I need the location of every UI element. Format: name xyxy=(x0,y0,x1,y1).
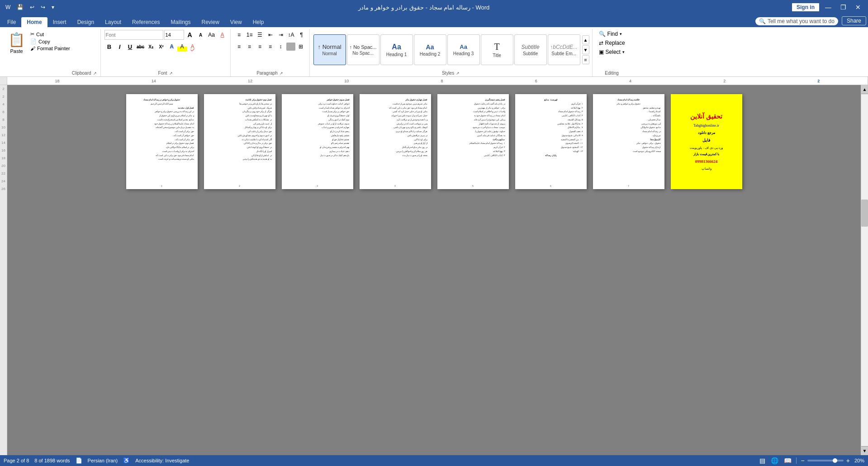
qat-more-button[interactable]: ▾ xyxy=(50,3,56,11)
align-right-button[interactable]: ≡ xyxy=(255,42,265,52)
restore-button[interactable]: ❐ xyxy=(837,3,850,12)
tab-mailings[interactable]: Mailings xyxy=(165,17,196,27)
style-no-space[interactable]: ↑ No Spac... No Spac... xyxy=(347,34,379,65)
bold-button[interactable]: B xyxy=(104,42,114,52)
clipboard-expand-icon[interactable]: ↗ xyxy=(92,71,98,76)
styles-scroll-down[interactable]: ▼ xyxy=(582,45,589,54)
tab-design[interactable]: Design xyxy=(72,17,100,27)
select-label: Select xyxy=(606,49,621,55)
cut-button[interactable]: ✂ Cut xyxy=(28,31,72,38)
web-view-button[interactable]: 🌐 xyxy=(770,457,779,464)
qat-redo-button[interactable]: ↪ xyxy=(39,3,47,11)
page-1-number: 1 xyxy=(161,185,162,187)
replace-label: Replace xyxy=(605,40,625,46)
superscript-button[interactable]: X² xyxy=(157,42,166,52)
ribbon-search-box[interactable]: 🔍 Tell me what you want to do xyxy=(755,17,838,25)
tab-layout[interactable]: Layout xyxy=(100,17,127,27)
align-center-button[interactable]: ≡ xyxy=(245,42,255,52)
paragraph-label: Paragraph ↗ xyxy=(256,70,284,76)
editing-group: 🔍 Find ▾ ⇄ Replace ▣ Select ▾ Editing xyxy=(593,29,631,76)
strikethrough-button[interactable]: abc xyxy=(136,42,146,52)
style-heading1[interactable]: Aa Heading 1 xyxy=(380,34,413,65)
style-title[interactable]: T Title xyxy=(481,34,513,65)
font-grow-button[interactable]: A xyxy=(185,30,195,40)
document-scroll[interactable]: حقوق برادر و خواهر در رساله امام سجاد بس… xyxy=(7,85,861,455)
qat-save-button[interactable]: 💾 xyxy=(15,3,25,11)
read-view-button[interactable]: 📖 xyxy=(783,457,792,464)
minimize-button[interactable]: — xyxy=(821,3,835,12)
tab-review[interactable]: Review xyxy=(196,17,224,27)
borders-button[interactable]: ⊞ xyxy=(296,42,306,52)
ribbon-tab-bar: File Home Insert Design Layout Reference… xyxy=(0,14,868,27)
share-button[interactable]: Share xyxy=(842,16,866,25)
styles-expand-arrow[interactable]: ≡ xyxy=(582,55,589,64)
font-shrink-button[interactable]: A xyxy=(196,30,206,40)
numbering-button[interactable]: 1≡ xyxy=(245,30,255,40)
qat-word-icon[interactable]: W xyxy=(4,3,12,11)
para-align-row: ≡ ≡ ≡ ≡ ↕ ⊞ xyxy=(234,42,306,52)
paragraph-expand-icon[interactable]: ↗ xyxy=(279,71,284,76)
style-subtle-em[interactable]: ↑bCcDdE... Subtle Em... xyxy=(548,34,580,65)
scrollbar-thumb[interactable] xyxy=(861,200,868,227)
show-formatting-button[interactable]: ¶ xyxy=(297,30,307,40)
signin-button[interactable]: Sign in xyxy=(792,3,820,12)
qat-undo-button[interactable]: ↩ xyxy=(28,3,36,11)
sort-button[interactable]: ↕A xyxy=(286,30,296,40)
scrollbar-down-arrow[interactable]: ▼ xyxy=(861,446,868,455)
font-size-input[interactable] xyxy=(164,30,184,40)
replace-button[interactable]: ⇄ Replace xyxy=(596,39,628,47)
line-spacing-button[interactable]: ↕ xyxy=(276,42,286,52)
zoom-out-button[interactable]: − xyxy=(800,457,806,464)
status-bar-icon1[interactable]: 📄 xyxy=(76,457,82,464)
underline-button[interactable]: U xyxy=(125,42,135,52)
style-subtitle-label: Subtitle xyxy=(523,51,538,56)
font-color-button[interactable]: A xyxy=(188,42,198,52)
vertical-scrollbar[interactable]: ▲ ▼ xyxy=(861,85,868,455)
bullets-button[interactable]: ≡ xyxy=(234,30,244,40)
print-layout-button[interactable]: ▤ xyxy=(759,457,766,464)
ruler-side-left xyxy=(0,77,7,85)
align-left-button[interactable]: ≡ xyxy=(234,42,244,52)
pages-row: حقوق برادر و خواهر در رساله امام سجاد بس… xyxy=(126,94,742,189)
text-effects-button[interactable]: A xyxy=(167,42,177,52)
style-normal[interactable]: ↑ Normal Normal xyxy=(313,34,346,65)
scrollbar-track[interactable] xyxy=(861,94,868,446)
italic-button[interactable]: I xyxy=(115,42,125,52)
paste-button[interactable]: 📋 Paste xyxy=(5,30,28,76)
multilevel-button[interactable]: ☰ xyxy=(255,30,265,40)
format-painter-button[interactable]: 🖌 Format Painter xyxy=(28,45,72,52)
ruler-marks-container: 18 14 12 10 8 6 4 2 2 xyxy=(7,77,868,85)
style-heading1-preview: Aa xyxy=(392,43,401,51)
highlight-button[interactable]: A xyxy=(177,42,187,52)
styles-scroll-up[interactable]: ▲ xyxy=(582,35,589,44)
subscript-button[interactable]: X₂ xyxy=(146,42,156,52)
zoom-slider[interactable] xyxy=(807,460,844,461)
cut-label: Cut xyxy=(36,32,44,37)
scrollbar-up-arrow[interactable]: ▲ xyxy=(861,85,868,94)
style-heading2[interactable]: Aa Heading 2 xyxy=(414,34,446,65)
shading-button[interactable] xyxy=(286,43,295,51)
copy-button[interactable]: 📄 Copy xyxy=(28,38,72,45)
styles-expand-icon[interactable]: ↗ xyxy=(455,71,460,76)
font-name-input[interactable] xyxy=(104,30,163,40)
close-button[interactable]: ✕ xyxy=(852,3,864,12)
tab-references[interactable]: References xyxy=(127,17,165,27)
find-button[interactable]: 🔍 Find ▾ xyxy=(596,30,625,38)
tab-view[interactable]: View xyxy=(225,17,247,27)
tab-file[interactable]: File xyxy=(2,17,21,27)
font-case-button[interactable]: Aa xyxy=(207,30,217,40)
style-heading3[interactable]: Aa Heading 3 xyxy=(447,34,480,65)
format-painter-label: Format Painter xyxy=(37,46,70,51)
styles-group: ↑ Normal Normal ↑ No Spac... No Spac... … xyxy=(311,29,593,76)
style-subtitle[interactable]: Subtitle Subtitle xyxy=(514,34,547,65)
decrease-indent-button[interactable]: ⇤ xyxy=(266,30,275,40)
font-expand-icon[interactable]: ↗ xyxy=(168,71,174,76)
increase-indent-button[interactable]: ⇥ xyxy=(276,30,286,40)
tab-insert[interactable]: Insert xyxy=(47,17,72,27)
select-button[interactable]: ▣ Select ▾ xyxy=(596,48,627,56)
tab-help[interactable]: Help xyxy=(247,17,270,27)
font-clear-button[interactable]: A xyxy=(218,30,228,40)
justify-button[interactable]: ≡ xyxy=(266,42,275,52)
tab-home[interactable]: Home xyxy=(21,17,47,27)
zoom-in-button[interactable]: + xyxy=(845,457,851,464)
